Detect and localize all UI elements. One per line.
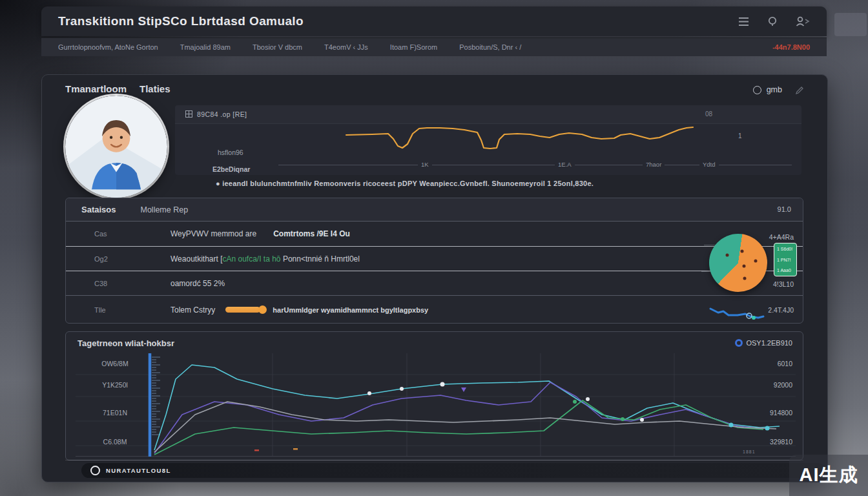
nav-item-5[interactable]: Itoam F)Sorom: [390, 43, 437, 51]
dashboard-page: Transkitionn StipSCo Lbrtdasd Oamualo Gu…: [0, 0, 868, 496]
line-end-marker: 1: [738, 132, 742, 140]
card-title-word-2: Tlaties: [140, 83, 170, 94]
legend-entry: 1 PN7!: [777, 258, 794, 262]
performance-chart-panel: Tagetrneon wliat-hokbsr OSY1.2EB910 OW6/…: [65, 331, 803, 460]
status-ring-icon: [735, 339, 743, 347]
x-tick-3[interactable]: 7haor: [643, 161, 665, 168]
row-text: oamordć 55 2%: [170, 279, 225, 288]
user-icon[interactable]: [796, 16, 810, 26]
row-text: WeyPVWV memmod are: [170, 229, 256, 238]
y-axis-label: C6.08M: [85, 438, 145, 446]
table-row[interactable]: C38 oamordć 55 2%: [66, 271, 803, 295]
bottom-chart-title: Tagetrneon wliat-hokbsr: [78, 338, 174, 348]
pie-legend: 1 S6d0! 1 PN7! 1 Aaa0: [774, 243, 797, 276]
card-title-word-1: Tmanartloom: [65, 83, 127, 94]
y-axis-label: 71E01N: [85, 409, 145, 417]
nav-item-4[interactable]: T4eomV ‹ JJs: [324, 43, 368, 51]
bottom-chart-corner-value: OSY1.2EB910: [746, 339, 792, 347]
y-axis-label: Y1K250l: [85, 381, 145, 389]
nav-item-3[interactable]: Tbosior V dbcm: [253, 43, 302, 51]
top-chart-panel: 89C84 .op [RE] 08 1 hsflon96 E2beDiqnar …: [175, 105, 801, 175]
x-tick-4[interactable]: Ydtd: [699, 161, 719, 168]
table-row[interactable]: Cas WeyPVWV memmod are Comtrtoms /9E I4 …: [66, 222, 803, 246]
bottom-chart-corner: OSY1.2EB910: [735, 339, 792, 347]
titlebar: Transkitionn StipSCo Lbrtdasd Oamualo: [41, 6, 827, 36]
table-header: Sataisos Molleme Rep 91.0: [66, 198, 803, 222]
y-axis-label: OW6/8M: [85, 360, 145, 367]
pie-data-dot: [726, 254, 729, 257]
activity-line-chart: [175, 125, 801, 165]
refresh-circle-icon: [753, 86, 761, 94]
tab-sataisos[interactable]: Sataisos: [81, 205, 116, 214]
footer-action-bar[interactable]: NURATAUTLOU8L: [81, 463, 825, 478]
x-tick-2[interactable]: 1E.A: [555, 161, 575, 168]
menu-icon[interactable]: [738, 17, 749, 26]
row-label: C38: [94, 280, 170, 287]
row-sparkline-chart: [708, 304, 765, 320]
card-title: Tmanartloom Tlaties: [65, 83, 170, 94]
refresh-label: gmb: [767, 85, 782, 94]
pie-data-dot: [743, 277, 747, 280]
chart-grid-icon: [185, 108, 192, 120]
pie-data-dot: [743, 265, 746, 268]
titlebar-icons: [738, 16, 810, 26]
x-tick-1[interactable]: 1K: [418, 161, 432, 168]
tab-molleme[interactable]: Molleme Rep: [140, 205, 188, 214]
notifications-icon[interactable]: [767, 16, 778, 26]
nav-item-1[interactable]: Gurrtolopnoofvm, AtoNe Gorton: [58, 43, 158, 51]
series-label-1: hsflon96: [218, 149, 243, 156]
top-chart-corner-value: 08: [705, 110, 712, 118]
right-axis-value: 329810: [770, 438, 792, 446]
footer-divider: [65, 460, 803, 460]
background-shape: [834, 13, 867, 36]
main-card: Tmanartloom Tlaties gmb: [41, 74, 828, 482]
row-value-4: 2.4T.4J0: [768, 306, 794, 314]
user-avatar[interactable]: [65, 96, 167, 198]
page-title: Transkitionn StipSCo Lbrtdasd Oamualo: [58, 14, 304, 28]
row-text: Ponn<tnnié ň Hmrtl0el: [281, 254, 360, 264]
row-text: Weaoutkithart [: [170, 254, 222, 264]
mini-axis-label: 1881: [743, 450, 756, 454]
nav-alert-value: -44n7.8N00: [772, 43, 810, 51]
table-header-value: 91.0: [778, 205, 791, 213]
chart-description: ● ieeandl blulunchmtnfmliv Remoonveris r…: [216, 180, 594, 187]
ai-watermark: AI生成: [789, 455, 868, 496]
refresh-button[interactable]: gmb: [753, 85, 782, 94]
nav-item-2[interactable]: Tmajoalid 89am: [180, 43, 231, 51]
row-text: Tolem Cstryy: [170, 305, 215, 315]
footer-label: NURATAUTLOU8L: [106, 467, 171, 474]
nav-item-6[interactable]: Posboitun/S, Dnr ‹ /: [459, 43, 521, 51]
row-label: Og2: [94, 255, 170, 263]
series-label-2: E2beDiqnar: [212, 165, 250, 173]
right-axis-value: 92000: [774, 381, 792, 389]
row-label: Cas: [94, 230, 170, 238]
pie-chart: [709, 234, 767, 292]
row-value-1: 4+A4Ra: [769, 233, 794, 241]
row-label: Tlle: [94, 306, 170, 314]
progress-bar: [225, 307, 260, 313]
table-row[interactable]: Og2 Weaoutkithart [cAn oufca/I ta hō Pon…: [66, 246, 803, 271]
footer-circle-icon: [90, 466, 100, 475]
row-value-3: 4!3L10: [773, 280, 794, 288]
pie-data-dot: [741, 250, 744, 253]
table-row[interactable]: Tlle Tolem Cstryy harUmmldger wyamidhamm…: [66, 295, 803, 324]
progress-bar-cap: [258, 305, 267, 314]
pie-data-dot: [754, 260, 758, 263]
right-axis-value: 914800: [770, 409, 792, 417]
legend-entry: 1 Aaa0: [777, 268, 794, 273]
right-axis-value: 6010: [778, 360, 792, 367]
stats-table-panel: Sataisos Molleme Rep 91.0 Cas WeyPVWV me…: [65, 198, 803, 324]
nav-bar: Gurrtolopnoofvm, AtoNe Gorton Tmajoalid …: [41, 37, 827, 56]
edit-icon[interactable]: [795, 86, 804, 98]
row-note: harUmmldger wyamidhammnct bgyltlagpxbsy: [273, 306, 428, 314]
legend-entry: 1 S6d0!: [777, 247, 794, 251]
row-text-highlight: cAn oufca/I ta hō: [222, 254, 280, 264]
top-chart-label: 89C84 .op [RE]: [197, 110, 247, 118]
row-text-strong: Comtrtoms /9E I4 Ou: [273, 229, 350, 238]
performance-line-chart: [76, 353, 796, 457]
